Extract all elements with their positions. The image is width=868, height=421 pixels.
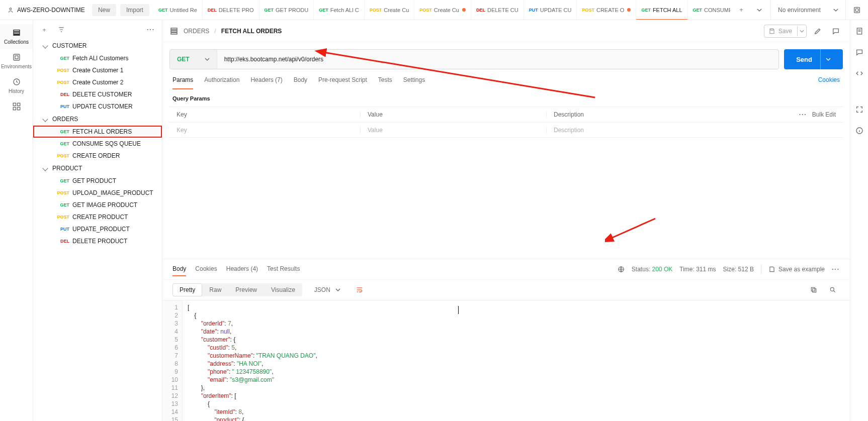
qp-more-button[interactable]: ··· (799, 111, 807, 118)
tree-request[interactable]: GETFETCH ALL ORDERS (33, 126, 162, 138)
qp-header-value: Value (361, 111, 547, 118)
copy-icon (810, 286, 817, 293)
request-tab[interactable]: GETCONSUME (688, 0, 730, 20)
subtab[interactable]: Authorization (204, 76, 239, 89)
tree-request[interactable]: POSTCreate Customer 2 (33, 76, 162, 88)
sidebar-more-button[interactable]: ··· (145, 24, 157, 36)
request-tab[interactable]: GETFetch ALl C (314, 0, 364, 20)
request-tab[interactable]: DELDELETE PRO (203, 0, 259, 20)
fmt-mode[interactable]: Raw (202, 283, 228, 296)
response-more-button[interactable]: ··· (832, 266, 840, 273)
request-tab[interactable]: DELDELETE CU (471, 0, 524, 20)
subtab[interactable]: Tests (378, 76, 392, 89)
wrap-lines-button[interactable] (353, 283, 367, 297)
tab-overflow-button[interactable] (752, 3, 766, 17)
sidebar-filter-button[interactable] (55, 24, 67, 36)
fmt-mode[interactable]: Pretty (172, 283, 202, 296)
request-tab[interactable]: GETFETCH ALL (636, 0, 687, 20)
save-as-example-button[interactable]: Save as example (768, 266, 825, 273)
subtab[interactable]: Pre-request Script (318, 76, 367, 89)
tree-request[interactable]: POSTCreate Customer 1 (33, 64, 162, 76)
tree-request[interactable]: PUTUPDATE CUSTOMER (33, 100, 162, 113)
tree-request[interactable]: POSTUPLOAD_IMAGE_PRODUCT (33, 187, 162, 199)
tree-request[interactable]: PUTUPDATE_PRODUCT (33, 223, 162, 235)
method-selector[interactable]: GET (170, 50, 217, 69)
subtab[interactable]: Body (294, 76, 307, 89)
collection-tree: CUSTOMERGETFetch ALl CustomersPOSTCreate… (33, 39, 162, 421)
sidebar-add-button[interactable]: ＋ (38, 24, 50, 36)
documentation-button[interactable] (852, 24, 866, 38)
method-badge: PUT (55, 104, 69, 109)
method-badge: DEL (476, 8, 485, 13)
method-badge: POST (582, 8, 594, 13)
tree-request[interactable]: GETFetch ALl Customers (33, 52, 162, 64)
rail-label: History (9, 88, 24, 94)
method-badge: GET (319, 8, 328, 13)
tree-request[interactable]: GETGET PRODUCT (33, 175, 162, 187)
response-lang-selector[interactable]: JSON (309, 283, 345, 296)
request-tab[interactable]: POSTCreate Cu (365, 0, 415, 20)
collections-icon (12, 28, 21, 37)
environment-selector[interactable]: No environment (770, 0, 846, 20)
request-tab[interactable]: PUTUPDATE CU (524, 0, 577, 20)
tree-request[interactable]: POSTCREATE PRODUCT (33, 211, 162, 223)
search-response-button[interactable] (826, 283, 840, 297)
environment-label: No environment (778, 7, 821, 14)
env-quicklook-button[interactable] (850, 3, 864, 17)
workspace-selector[interactable]: AWS-ZERO-DOWNTIME (4, 7, 88, 14)
tree-request[interactable]: GETGET IMAGE PRODUCT (33, 199, 162, 211)
breadcrumb-collection[interactable]: ORDERS (184, 28, 209, 35)
rail-history[interactable]: History (0, 73, 33, 98)
request-tab[interactable]: GETGET PRODU (259, 0, 314, 20)
send-button[interactable]: Send (784, 49, 843, 69)
request-label: UPLOAD_IMAGE_PRODUCT (72, 189, 153, 196)
share-button[interactable] (811, 24, 825, 38)
save-button[interactable]: Save (764, 25, 807, 38)
response-tab[interactable]: Headers (4) (226, 262, 258, 276)
code-snippet-button[interactable] (852, 66, 866, 80)
tree-request[interactable]: DELDELETE PRODUCT (33, 235, 162, 247)
method-badge: POST (419, 8, 432, 13)
tree-request[interactable]: DELDELETE CUSTOMER (33, 88, 162, 100)
qp-key-input[interactable]: Key (169, 127, 361, 134)
response-tab[interactable]: Test Results (267, 262, 300, 276)
save-dropdown[interactable] (797, 26, 806, 36)
import-button[interactable]: Import (120, 4, 149, 16)
code-viewer[interactable]: [ { "orderId": 7, "date": null, "custome… (183, 300, 850, 422)
tree-folder[interactable]: PRODUCT (33, 162, 162, 175)
subtab[interactable]: Settings (403, 76, 425, 89)
rail-environments[interactable]: Environments (0, 49, 33, 73)
response-tab[interactable]: Cookies (195, 262, 217, 276)
subtab[interactable]: Headers (7) (250, 76, 282, 89)
request-tab[interactable]: GETUntitled Re (153, 0, 203, 20)
subtab[interactable]: Params (172, 76, 193, 89)
request-tab[interactable]: POSTCreate Cu (414, 0, 471, 20)
fmt-mode[interactable]: Preview (228, 283, 264, 296)
new-button[interactable]: New (92, 4, 116, 16)
copy-response-button[interactable] (807, 283, 821, 297)
svg-point-20 (830, 287, 834, 291)
save-icon (768, 266, 775, 273)
response-tab[interactable]: Body (172, 262, 186, 276)
sidebar: ＋ ··· CUSTOMERGETFetch ALl CustomersPOST… (33, 20, 162, 421)
tree-folder[interactable]: ORDERS (33, 113, 162, 126)
add-tab-button[interactable]: ＋ (734, 3, 748, 17)
chevron-down-icon (757, 8, 762, 13)
qp-value-input[interactable]: Value (361, 127, 547, 134)
send-dropdown[interactable] (820, 49, 831, 69)
tree-folder[interactable]: CUSTOMER (33, 39, 162, 52)
rail-more[interactable] (0, 98, 33, 115)
fmt-mode[interactable]: Visualize (264, 283, 302, 296)
cookies-link[interactable]: Cookies (818, 76, 840, 89)
request-tab[interactable]: POSTCREATE O (577, 0, 636, 20)
bulk-edit-link[interactable]: Bulk Edit (812, 111, 836, 118)
tree-request[interactable]: POSTCREATE ORDER (33, 150, 162, 162)
related-button[interactable] (852, 102, 866, 117)
comments-pane-button[interactable] (852, 45, 866, 59)
url-input[interactable] (217, 50, 779, 69)
comments-button[interactable] (829, 24, 843, 38)
rail-collections[interactable]: Collections (0, 24, 33, 49)
qp-desc-input[interactable]: Description (554, 127, 584, 134)
info-button[interactable] (852, 124, 866, 138)
tree-request[interactable]: GETCONSUME SQS QUEUE (33, 138, 162, 150)
